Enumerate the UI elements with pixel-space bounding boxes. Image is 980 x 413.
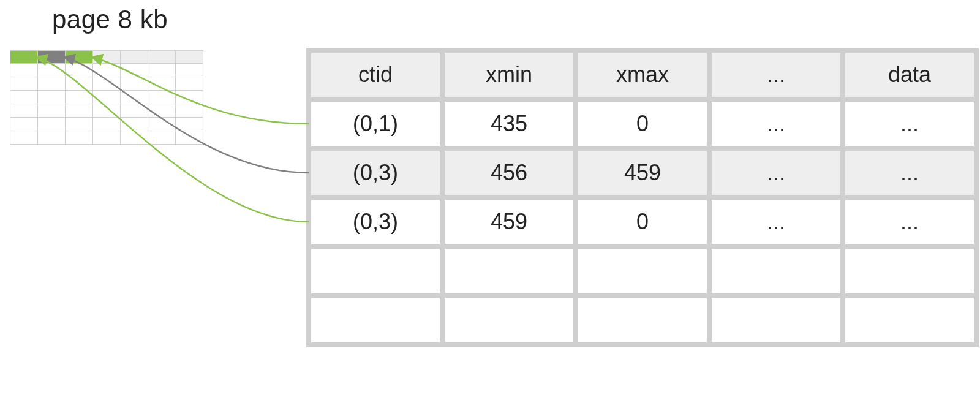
tuple-row-0: (0,1)4350...... [311, 102, 974, 146]
col-header-1: xmin [445, 53, 573, 97]
page-size-label: page 8 kb [52, 5, 168, 34]
cell-xmax: 0 [578, 200, 707, 244]
page-slot-5 [148, 50, 176, 64]
cell-xmin: 459 [445, 200, 573, 244]
cell-ctid: (0,1) [311, 102, 440, 146]
cell-c4: ... [712, 102, 840, 146]
col-header-4: data [845, 53, 974, 97]
page-slot-0 [10, 50, 38, 64]
col-header-2: xmax [578, 53, 707, 97]
page-slot-4 [121, 50, 148, 64]
empty-row [311, 249, 974, 293]
cell-data: ... [845, 102, 974, 146]
cell-xmin: 435 [445, 102, 573, 146]
tuple-row-2: (0,3)4590...... [311, 200, 974, 244]
empty-row [311, 298, 974, 342]
col-header-0: ctid [311, 53, 440, 97]
cell-data: ... [845, 200, 974, 244]
cell-ctid: (0,3) [311, 151, 440, 195]
cell-xmax: 459 [578, 151, 707, 195]
tuple-table: ctidxminxmax...data(0,1)4350......(0,3)4… [306, 48, 979, 347]
page-slot-3 [93, 50, 121, 64]
page-grid [10, 50, 203, 145]
cell-data: ... [845, 151, 974, 195]
page-slot-1 [38, 50, 66, 64]
page-slot-2 [66, 50, 93, 64]
col-header-3: ... [712, 53, 840, 97]
page-slot-6 [176, 50, 203, 64]
cell-c4: ... [712, 200, 840, 244]
cell-ctid: (0,3) [311, 200, 440, 244]
cell-xmax: 0 [578, 102, 707, 146]
tuple-row-1: (0,3)456459...... [311, 151, 974, 195]
cell-c4: ... [712, 151, 840, 195]
cell-xmin: 456 [445, 151, 573, 195]
